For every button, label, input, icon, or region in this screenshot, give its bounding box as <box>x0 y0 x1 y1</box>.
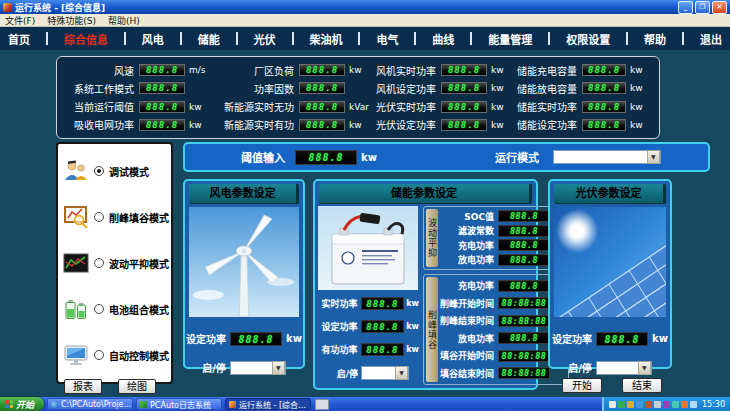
nav-wind[interactable]: 风电 <box>142 31 164 47</box>
readout-storage-charge-capacity: 储能充电容量888.8kw <box>517 61 655 79</box>
valley-start-time-input[interactable]: 88:88:88 <box>498 350 550 362</box>
led-display: 888.8 <box>299 119 345 131</box>
nav-overview[interactable]: 综合信息 <box>64 31 108 47</box>
wind-startstop-select[interactable]: ▼ <box>230 361 286 375</box>
nav-separator <box>124 32 126 45</box>
mode-item-auto-control[interactable]: 自动控制模式 <box>63 343 166 367</box>
nav-solar[interactable]: 光伏 <box>254 31 276 47</box>
mode-item-smoothing[interactable]: 波动平抑模式 <box>63 251 166 275</box>
nav-separator <box>414 32 416 45</box>
taskbar: 开始 C:\PCAuto\Proje... PCAuto日志系统 运行系统 - … <box>0 397 730 411</box>
peak-end-time-input[interactable]: 88:88:88 <box>498 315 550 327</box>
nav-permissions[interactable]: 权限设置 <box>566 31 610 47</box>
nav-exit[interactable]: 退出 <box>700 31 722 47</box>
led-display: 888.8 <box>441 64 487 76</box>
nav-separator <box>292 32 294 45</box>
tray-icon-2[interactable] <box>618 401 625 408</box>
taskbar-item-log-system[interactable]: PCAuto日志系统 <box>136 398 222 410</box>
readout-storage-set-power: 储能设定功率888.8kw <box>517 116 655 134</box>
mode-sidebar: 调试模式 削峰填谷模式 波动平抑模式 <box>56 142 173 384</box>
tray-icon-8[interactable] <box>672 401 679 408</box>
tray-icon-5[interactable] <box>645 401 652 408</box>
led-display: 888.8 <box>582 82 626 94</box>
solar-startstop-select[interactable]: ▼ <box>596 361 652 375</box>
valley-end-time-input[interactable]: 88:88:88 <box>498 367 550 379</box>
nav-energy-mgmt[interactable]: 能量管理 <box>488 31 532 47</box>
solar-set-power-input[interactable]: 888.8 <box>596 332 648 346</box>
readout-grid-absorb-power: 吸收电网功率888.8kw <box>63 116 215 134</box>
threshold-input[interactable]: 888.8 <box>295 150 357 165</box>
nav-separator <box>682 32 684 45</box>
radio-peak-shaving-mode[interactable] <box>94 212 104 222</box>
tray-icon-3[interactable] <box>627 401 634 408</box>
wind-set-power-unit: kw <box>286 333 302 344</box>
start-menu-button[interactable]: 开始 <box>0 397 44 411</box>
storage-panel: 储能参数设定 <box>313 179 538 390</box>
nav-electric[interactable]: 电气 <box>376 31 398 47</box>
end-button[interactable]: 结束 <box>622 378 662 393</box>
ps-discharge-power-input[interactable]: 888.8 <box>498 332 550 344</box>
run-app-icon <box>229 401 236 408</box>
led-display: 888.8 <box>498 210 550 222</box>
draw-button[interactable]: 绘图 <box>118 379 156 394</box>
wind-startstop-label: 启/停 <box>202 360 226 375</box>
readout-plant-load: 厂区负荷888.8kw <box>215 61 375 79</box>
storage-active-power-row: 有功功率 888.8 kw <box>318 343 420 356</box>
minimize-icon[interactable]: _ <box>678 1 693 14</box>
run-mode-label: 运行模式 <box>495 149 539 165</box>
close-icon[interactable]: ✕ <box>712 1 727 14</box>
ps-charge-power-input[interactable]: 888.8 <box>498 280 550 292</box>
taskbar-toolbar-button[interactable] <box>315 399 329 410</box>
menu-bar: 文件(F) 特殊功能(S) 帮助(H) <box>0 14 730 27</box>
radio-smoothing-mode[interactable] <box>94 258 104 268</box>
storage-set-power-row: 设定功率 888.8 kw <box>318 320 420 333</box>
nav-storage[interactable]: 储能 <box>198 31 220 47</box>
chevron-down-icon: ▼ <box>272 361 285 375</box>
menu-help[interactable]: 帮助(H) <box>108 14 140 27</box>
tray-icon-6[interactable] <box>654 401 661 408</box>
nav-curves[interactable]: 曲线 <box>432 31 454 47</box>
tray-icon-10[interactable] <box>690 401 697 408</box>
radio-auto-control-mode[interactable] <box>94 350 104 360</box>
run-mode-select[interactable]: ▼ <box>553 150 661 164</box>
taskbar-item-run-system[interactable]: 运行系统 - [综合... <box>225 398 311 410</box>
nav-diesel[interactable]: 柴油机 <box>310 31 343 47</box>
nav-help[interactable]: 帮助 <box>644 31 666 47</box>
tray-icon-7[interactable] <box>663 401 670 408</box>
storage-realtime-power-row: 实时功率 888.8 kw <box>318 297 420 310</box>
report-button[interactable]: 报表 <box>64 379 102 394</box>
readout-newenergy-active: 新能源实时有功888.8kw <box>215 116 375 134</box>
readout-wind-speed: 风速888.8m/s <box>63 61 215 79</box>
storage-startstop-select[interactable]: ▼ <box>361 366 409 380</box>
tray-icon-1[interactable] <box>609 401 616 408</box>
led-display: 888.8 <box>361 297 405 310</box>
peak-start-time-input[interactable]: 88:88:88 <box>498 297 550 309</box>
mode-item-peak-shaving[interactable]: 削峰填谷模式 <box>63 205 166 229</box>
radio-battery-combo-mode[interactable] <box>94 304 104 314</box>
nav-home[interactable]: 首页 <box>8 31 30 47</box>
taskbar-item-explorer[interactable]: C:\PCAuto\Proje... <box>47 398 133 410</box>
mode-item-debug[interactable]: 调试模式 <box>63 159 166 183</box>
taskbar-clock: 15:30 <box>702 400 725 409</box>
wind-set-power-input[interactable]: 888.8 <box>230 332 282 346</box>
storage-set-power-input[interactable]: 888.8 <box>361 320 405 333</box>
menu-file[interactable]: 文件(F) <box>5 14 35 27</box>
charge-power-input[interactable]: 888.8 <box>498 239 550 251</box>
readout-storage-realtime-power: 储能实时功率888.8kw <box>517 98 655 116</box>
threshold-unit: kw <box>361 152 377 163</box>
readout-solar-realtime-power: 光伏实时功率888.8kw <box>375 98 517 116</box>
discharge-power-input[interactable]: 888.8 <box>498 254 550 266</box>
nav-separator <box>46 32 48 45</box>
mode-item-battery-combo[interactable]: 电池组合模式 <box>63 297 166 321</box>
menu-special[interactable]: 特殊功能(S) <box>47 14 96 27</box>
tray-icon-4[interactable] <box>636 401 643 408</box>
readout-power-factor: 功率因数888.8 <box>215 79 375 97</box>
threshold-label: 阈值输入 <box>241 149 285 165</box>
led-display: 888.8 <box>582 101 626 113</box>
filter-constant-input[interactable]: 888.8 <box>498 225 550 237</box>
start-button[interactable]: 开始 <box>562 378 602 393</box>
radio-debug-mode[interactable] <box>94 166 104 176</box>
nav-separator <box>548 32 550 45</box>
maximize-icon[interactable]: ❐ <box>695 1 710 14</box>
tray-icon-9[interactable] <box>681 401 688 408</box>
